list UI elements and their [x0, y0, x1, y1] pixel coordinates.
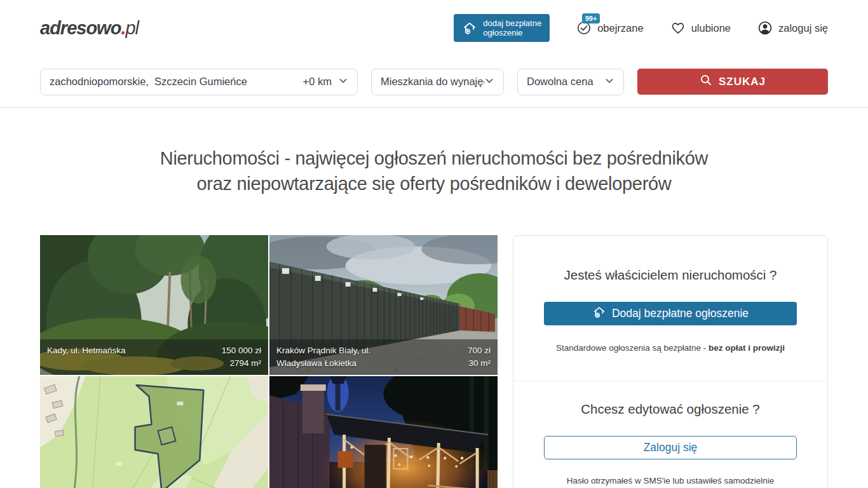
add-listing-button[interactable]: dodaj bezpłatneogłoszenie: [454, 14, 550, 42]
listing-price-block: 150 000 zł 2794 m²: [222, 344, 261, 370]
header: adresowo.pl dodaj bezpłatneogłoszenie: [0, 0, 868, 56]
owner-section-note: Standardowe ogłoszenia są bezpłatne - be…: [544, 343, 797, 353]
main-content: Kady, ul. Hetmańska 150 000 zł 2794 m²: [40, 235, 828, 488]
chevron-down-icon: [338, 76, 348, 88]
chevron-down-icon: [484, 76, 494, 88]
listing-photo-gazebo: [269, 376, 498, 488]
price-select[interactable]: Dowolna cena: [517, 69, 624, 95]
edit-section-title: Chcesz edytować ogłoszenie ?: [544, 402, 797, 417]
category-select[interactable]: Mieszkania do wynajęc: [371, 69, 504, 95]
listing-card[interactable]: Kady, ul. Hetmańska 150 000 zł 2794 m²: [40, 235, 268, 375]
logo-text: adresowo: [40, 18, 121, 38]
location-input[interactable]: zachodniopomorskie, Szczecin Gumieńce +0…: [40, 69, 358, 95]
listing-price: 150 000 zł: [222, 344, 261, 357]
heart-icon: [670, 20, 686, 36]
radius-select[interactable]: +0 km: [303, 76, 348, 88]
listing-card[interactable]: Kraków Prądnik Biały, ul. Władysława Łok…: [269, 235, 498, 375]
favorites-label: ulubione: [691, 22, 731, 34]
login-label: zaloguj się: [778, 22, 828, 34]
login-link[interactable]: zaloguj się: [757, 20, 828, 36]
radius-value: +0 km: [303, 76, 332, 88]
listing-price: 700 zł: [468, 344, 491, 357]
add-listing-label: dodaj bezpłatneogłoszenie: [483, 18, 541, 37]
viewed-label: obejrzane: [597, 22, 643, 34]
listing-caption: Kady, ul. Hetmańska 150 000 zł 2794 m²: [40, 339, 268, 375]
listing-location: Kady, ul. Hetmańska: [47, 344, 126, 357]
search-button-label: SZUKAJ: [719, 76, 766, 88]
favorites-link[interactable]: ulubione: [670, 20, 731, 36]
sidebar-login-label: Zaloguj się: [644, 441, 698, 454]
viewed-link[interactable]: 99+ obejrzane: [576, 20, 643, 36]
listing-photo-map: [40, 376, 268, 488]
listing-price-block: 700 zł 30 m²: [468, 344, 491, 370]
edit-section-note: Hasło otrzymałeś w SMS'ie lub ustawiłeś …: [544, 476, 797, 485]
search-bar: zachodniopomorskie, Szczecin Gumieńce +0…: [0, 56, 868, 108]
page-title: Nieruchomości - najwięcej ogłoszeń nieru…: [40, 146, 828, 196]
logo[interactable]: adresowo.pl: [40, 18, 139, 39]
check-circle-icon: 99+: [576, 20, 592, 36]
listings-grid: Kady, ul. Hetmańska 150 000 zł 2794 m²: [40, 235, 498, 488]
house-plus-icon: [592, 305, 606, 322]
sidebar: Jesteś właścicielem nieruchomości ? Doda…: [513, 235, 828, 488]
price-value: Dowolna cena: [527, 76, 593, 88]
hero: Nieruchomości - najwięcej ogłoszeń nieru…: [40, 146, 828, 196]
listing-area: 2794 m²: [222, 357, 261, 370]
house-plus-icon: [462, 20, 477, 36]
sidebar-add-listing-label: Dodaj bezpłatne ogłoszenie: [612, 307, 749, 320]
search-icon: [700, 74, 712, 90]
logo-tld: pl: [125, 18, 139, 38]
owner-section-title: Jesteś właścicielem nieruchomości ?: [544, 268, 797, 283]
sidebar-login-button[interactable]: Zaloguj się: [544, 436, 797, 459]
listing-card[interactable]: Nowa Jastrząbka 300 000 zł: [40, 376, 268, 488]
sidebar-edit-section: Chcesz edytować ogłoszenie ? Zaloguj się…: [513, 381, 827, 488]
user-circle-icon: [757, 20, 773, 36]
listing-location: Kraków Prądnik Biały, ul. Władysława Łok…: [276, 344, 409, 370]
category-value: Mieszkania do wynajęc: [381, 76, 484, 88]
listing-area: 30 m²: [468, 357, 491, 370]
listing-caption: Kraków Prądnik Biały, ul. Władysława Łok…: [269, 339, 498, 375]
sidebar-owner-section: Jesteś właścicielem nieruchomości ? Doda…: [513, 236, 827, 381]
header-actions: dodaj bezpłatneogłoszenie 99+ obejrzane: [454, 14, 828, 42]
listing-card[interactable]: Jurata, ul. ks. Hieronima 380 000 zł: [269, 376, 498, 488]
location-value: zachodniopomorskie, Szczecin Gumieńce: [50, 76, 247, 88]
sidebar-add-listing-button[interactable]: Dodaj bezpłatne ogłoszenie: [544, 302, 797, 325]
chevron-down-icon: [604, 76, 614, 88]
viewed-count-badge: 99+: [582, 13, 600, 24]
search-button[interactable]: SZUKAJ: [637, 69, 828, 95]
